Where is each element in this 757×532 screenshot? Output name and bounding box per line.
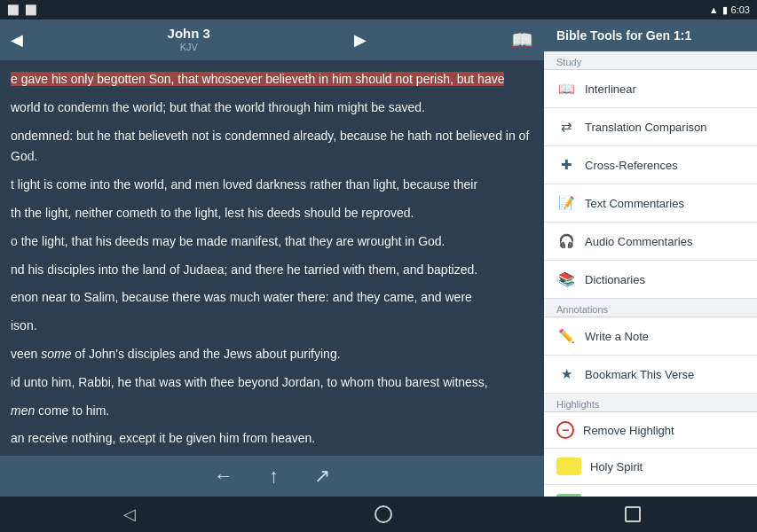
highlights-section-label: Highlights <box>544 394 757 412</box>
text-commentaries-icon: 📝 <box>556 193 576 213</box>
verse-text-9: ison. <box>11 316 533 337</box>
book-title: John 3 KJV <box>168 26 210 53</box>
next-chapter-button[interactable]: ▶ <box>354 30 367 50</box>
book-icon[interactable]: 📖 <box>511 29 533 51</box>
verse-text-5: th the light, neither cometh to the ligh… <box>11 203 533 224</box>
interlinear-label: Interlinear <box>585 82 636 96</box>
cross-references-icon: ✚ <box>556 155 576 175</box>
holy-spirit-label: Holy Spirit <box>590 460 643 473</box>
audio-commentaries-icon: 🎧 <box>556 231 576 251</box>
android-nav: ◁ <box>0 497 757 532</box>
tool-remove-highlight[interactable]: − Remove Highlight <box>544 412 757 449</box>
bible-nav: ◀ John 3 KJV ▶ 📖 <box>0 20 544 60</box>
translation-comparison-label: Translation Comparison <box>585 121 707 134</box>
verse-text-3: ondemned: but he that believeth not is c… <box>11 126 533 168</box>
tool-holy-spirit[interactable]: Holy Spirit <box>544 449 757 485</box>
write-note-label: Write a Note <box>585 330 649 343</box>
up-button[interactable]: ↑ <box>269 465 279 488</box>
verse-text-1: e gave his only begotten Son, that whoso… <box>11 69 533 90</box>
verse-text-12: men come to him. <box>11 401 533 422</box>
audio-commentaries-label: Audio Commentaries <box>585 235 692 248</box>
study-section-label: Study <box>544 51 757 70</box>
book-name: John 3 <box>168 26 210 42</box>
bible-panel: ◀ John 3 KJV ▶ 📖 e gave his only begotte… <box>0 20 544 497</box>
translation-comparison-icon: ⇄ <box>556 117 576 137</box>
android-home-button[interactable] <box>375 505 392 523</box>
tool-dictionaries[interactable]: 📚 Dictionaries <box>544 261 757 299</box>
tool-grace[interactable]: Grace <box>544 485 757 497</box>
app-icon-2: ⬜ <box>25 4 37 16</box>
main-area: ◀ John 3 KJV ▶ 📖 e gave his only begotte… <box>0 20 757 497</box>
version-label: KJV <box>168 42 210 53</box>
status-bar-left: ⬜ ⬜ <box>7 4 37 16</box>
dictionaries-icon: 📚 <box>556 270 576 289</box>
remove-highlight-icon: − <box>556 421 574 439</box>
tools-header: Bible Tools for Gen 1:1 <box>544 20 757 51</box>
annotations-section-label: Annotations <box>544 299 757 317</box>
android-back-button[interactable]: ◁ <box>116 501 143 528</box>
text-commentaries-label: Text Commentaries <box>585 197 684 210</box>
tools-panel: Bible Tools for Gen 1:1 Study 📖 Interlin… <box>544 20 757 497</box>
bookmark-icon: ★ <box>556 364 576 384</box>
tool-cross-references[interactable]: ✚ Cross-References <box>544 146 757 184</box>
verse-text-11: id unto him, Rabbi, he that was with the… <box>11 372 533 394</box>
tools-title: Bible Tools for Gen 1:1 <box>556 28 691 43</box>
verse-text-8: enon near to Salim, because there was mu… <box>11 287 533 309</box>
tool-audio-commentaries[interactable]: 🎧 Audio Commentaries <box>544 223 757 261</box>
bookmark-label: Bookmark This Verse <box>585 368 694 381</box>
prev-chapter-button[interactable]: ◀ <box>11 30 23 50</box>
bible-text-content[interactable]: e gave his only begotten Son, that whoso… <box>0 60 544 456</box>
time-display: 6:03 <box>731 4 750 15</box>
tool-text-commentaries[interactable]: 📝 Text Commentaries <box>544 184 757 223</box>
status-bar: ⬜ ⬜ ▲ ▮ 6:03 <box>0 0 757 20</box>
tool-bookmark[interactable]: ★ Bookmark This Verse <box>544 356 757 394</box>
tools-content: Study 📖 Interlinear ⇄ Translation Compar… <box>544 51 757 497</box>
android-recent-button[interactable] <box>625 506 641 522</box>
share-button[interactable]: ↗ <box>314 465 330 488</box>
verse-text-13: an receive nothing, except it be given h… <box>11 428 533 450</box>
verse-text-7: nd his disciples into the land of Judaea… <box>11 260 533 281</box>
tool-translation-comparison[interactable]: ⇄ Translation Comparison <box>544 108 757 146</box>
verse-text-10: veen some of John's disciples and the Je… <box>11 344 533 365</box>
status-icons: ▲ ▮ 6:03 <box>709 4 750 16</box>
tool-write-note[interactable]: ✏️ Write a Note <box>544 317 757 356</box>
verse-text-6: o the light, that his deeds may be made … <box>11 231 533 253</box>
tool-interlinear[interactable]: 📖 Interlinear <box>544 70 757 108</box>
cross-references-label: Cross-References <box>585 159 678 172</box>
holy-spirit-swatch <box>556 458 581 475</box>
write-note-icon: ✏️ <box>556 326 576 346</box>
verse-text-2: world to condemn the world; but that the… <box>11 98 533 119</box>
remove-highlight-label: Remove Highlight <box>583 424 674 437</box>
app-icon-1: ⬜ <box>7 4 20 16</box>
back-button[interactable]: ← <box>214 465 233 488</box>
dictionaries-label: Dictionaries <box>585 273 645 286</box>
interlinear-icon: 📖 <box>556 79 576 98</box>
battery-icon: ▮ <box>722 4 728 16</box>
bible-bottom-toolbar: ← ↑ ↗ <box>0 456 544 497</box>
wifi-icon: ▲ <box>709 4 719 15</box>
verse-text-4: t light is come into the world, and men … <box>11 175 533 196</box>
